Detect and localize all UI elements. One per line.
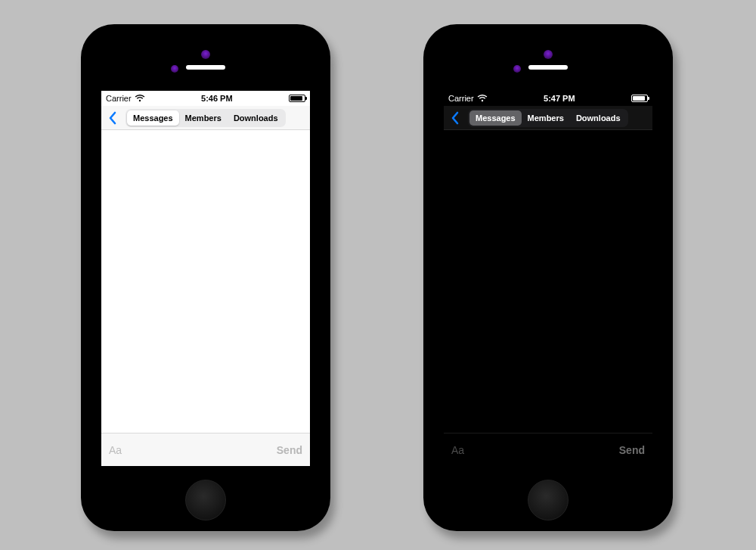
tab-downloads[interactable]: Downloads	[570, 110, 627, 126]
home-button[interactable]	[528, 480, 569, 520]
status-left: Carrier	[448, 94, 488, 103]
message-input[interactable]: Aa	[451, 444, 464, 456]
back-button[interactable]	[104, 109, 121, 127]
carrier-label: Carrier	[106, 94, 132, 103]
send-button[interactable]: Send	[277, 444, 302, 456]
home-button[interactable]	[185, 480, 226, 520]
status-time: 5:47 PM	[544, 94, 575, 103]
battery-icon	[631, 95, 648, 102]
message-input-bar: Aa Send	[444, 433, 652, 466]
screen-light: Carrier 5:46 PM Messages Members Downloa…	[101, 91, 310, 466]
tab-members[interactable]: Members	[179, 110, 228, 126]
status-bar: Carrier 5:47 PM	[444, 91, 652, 106]
speaker-slot-icon	[528, 65, 568, 70]
nav-bar: Messages Members Downloads	[444, 106, 652, 130]
message-input-bar: Aa Send	[101, 433, 310, 466]
wifi-icon	[135, 95, 145, 102]
battery-icon	[289, 95, 305, 102]
speaker-slot-icon	[186, 65, 225, 70]
screen-dark: Carrier 5:47 PM Messages Members Downloa…	[444, 91, 652, 466]
nav-bar: Messages Members Downloads	[101, 106, 310, 130]
messages-content-empty	[444, 130, 652, 433]
back-button[interactable]	[447, 109, 463, 127]
phone-light-mockup: Carrier 5:46 PM Messages Members Downloa…	[81, 24, 330, 531]
send-button[interactable]: Send	[619, 444, 645, 456]
sensor-dot-icon	[171, 65, 178, 73]
wifi-icon	[477, 95, 488, 102]
tab-messages[interactable]: Messages	[469, 110, 522, 126]
camera-dot-icon	[544, 50, 553, 59]
carrier-label: Carrier	[448, 94, 474, 103]
status-left: Carrier	[106, 94, 145, 103]
message-input[interactable]: Aa	[109, 444, 122, 456]
tab-downloads[interactable]: Downloads	[228, 110, 284, 126]
phone-top-hardware	[81, 42, 330, 73]
tab-messages[interactable]: Messages	[127, 110, 179, 126]
camera-dot-icon	[201, 50, 210, 59]
status-bar: Carrier 5:46 PM	[101, 91, 310, 106]
segmented-control: Messages Members Downloads	[468, 109, 628, 127]
messages-content-empty	[101, 130, 310, 433]
status-time: 5:46 PM	[201, 94, 233, 103]
tab-members[interactable]: Members	[522, 110, 570, 126]
phone-top-hardware	[423, 42, 673, 73]
segmented-control: Messages Members Downloads	[125, 109, 286, 127]
phone-dark-mockup: Carrier 5:47 PM Messages Members Downloa…	[423, 24, 673, 531]
sensor-dot-icon	[513, 65, 521, 73]
